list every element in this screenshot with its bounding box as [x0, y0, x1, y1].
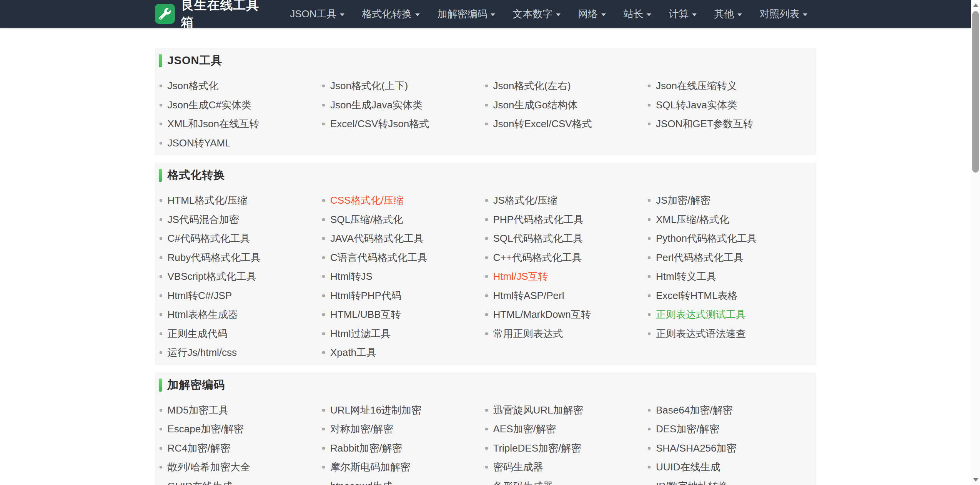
- tool-link[interactable]: Html转JS: [321, 267, 484, 286]
- tool-link[interactable]: htpasswd生成: [321, 477, 484, 485]
- tool-link[interactable]: XML和Json在线互转: [159, 115, 322, 134]
- tool-link[interactable]: SHA/SHA256加密: [647, 439, 810, 458]
- tool-link-label: Excel转HTML表格: [656, 289, 737, 302]
- scroll-down-arrow-icon[interactable]: [973, 478, 978, 482]
- tool-link[interactable]: 正则生成代码: [159, 324, 322, 344]
- nav-menu-item[interactable]: 其他: [705, 0, 751, 28]
- tool-link[interactable]: Excel转HTML表格: [647, 286, 810, 306]
- tool-link[interactable]: DES加密/解密: [647, 420, 810, 439]
- tool-link[interactable]: 迅雷旋风URL加解密: [484, 401, 647, 420]
- tool-link[interactable]: JSON转YAML: [159, 134, 322, 153]
- tool-link[interactable]: IP/数字地址转换: [647, 477, 810, 485]
- tool-link[interactable]: RC4加密/解密: [159, 439, 322, 458]
- tool-link[interactable]: Json格式化: [159, 76, 322, 96]
- tool-link-label: Html转C#/JSP: [168, 289, 232, 302]
- scroll-up-arrow-icon[interactable]: [973, 3, 978, 7]
- tool-link[interactable]: 正则表达式测试工具: [647, 305, 810, 324]
- tool-link[interactable]: UUID在线生成: [647, 458, 810, 477]
- tool-link[interactable]: Json格式化(上下): [321, 76, 484, 96]
- tool-link[interactable]: PHP代码格式化工具: [484, 210, 647, 229]
- tool-link-label: HTML/UBB互转: [330, 308, 401, 321]
- nav-menu-item[interactable]: JSON工具: [281, 0, 353, 28]
- nav-menu-item-label: 加解密编码: [438, 7, 488, 21]
- tool-link-label: GUID在线生成: [168, 480, 233, 485]
- tool-link[interactable]: Ruby代码格式化工具: [159, 248, 322, 267]
- tool-link[interactable]: JS格式化/压缩: [484, 191, 647, 210]
- nav-menu-item-label: 格式化转换: [362, 7, 412, 21]
- tool-link[interactable]: JS代码混合加密: [159, 210, 322, 229]
- tool-link[interactable]: Python代码格式化工具: [647, 229, 810, 248]
- brand-home-link[interactable]: 良生在线工具箱: [155, 0, 263, 31]
- tool-link[interactable]: 条形码生成器: [484, 477, 647, 485]
- tool-link[interactable]: Json生成Go结构体: [484, 96, 647, 115]
- tool-link[interactable]: Json在线压缩转义: [647, 76, 810, 96]
- bullet-icon: [485, 447, 488, 450]
- tool-link[interactable]: C语言代码格式化工具: [321, 248, 484, 267]
- tool-link[interactable]: Html过滤工具: [321, 324, 484, 344]
- nav-menu-item[interactable]: 网络: [569, 0, 615, 28]
- nav-menu-item[interactable]: 文本数字: [504, 0, 569, 28]
- tool-link-label: 密码生成器: [493, 460, 543, 474]
- tool-link[interactable]: VBScript格式化工具: [159, 267, 322, 286]
- tool-link[interactable]: Html表格生成器: [159, 305, 322, 324]
- tool-link-label: URL网址16进制加密: [330, 404, 421, 417]
- tool-link[interactable]: 摩尔斯电码加解密: [321, 458, 484, 477]
- tool-link[interactable]: HTML格式化/压缩: [159, 191, 322, 210]
- tool-link[interactable]: Json生成Java实体类: [321, 96, 484, 115]
- tool-link[interactable]: JAVA代码格式化工具: [321, 229, 484, 248]
- scrollbar-track[interactable]: [971, 0, 980, 485]
- tool-link[interactable]: MD5加密工具: [159, 401, 322, 420]
- tool-link[interactable]: Html转义工具: [647, 267, 810, 286]
- tool-link[interactable]: 对称加密/解密: [321, 420, 484, 439]
- tool-link[interactable]: C++代码格式化工具: [484, 248, 647, 267]
- tool-link[interactable]: SQL压缩/格式化: [321, 210, 484, 229]
- scrollbar-thumb[interactable]: [972, 11, 979, 173]
- tool-link[interactable]: 常用正则表达式: [484, 324, 647, 344]
- tool-link[interactable]: Excel/CSV转Json格式: [321, 115, 484, 134]
- tool-link[interactable]: SQL转Java实体类: [647, 96, 810, 115]
- nav-menu-item[interactable]: 对照列表: [751, 0, 816, 28]
- tool-link[interactable]: JS加密/解密: [647, 191, 810, 210]
- tool-link[interactable]: Html转ASP/Perl: [484, 286, 647, 306]
- bullet-icon: [485, 275, 488, 278]
- tool-link[interactable]: 散列/哈希加密大全: [159, 458, 322, 477]
- tool-link[interactable]: Xpath工具: [321, 343, 484, 362]
- tool-link[interactable]: Json生成C#实体类: [159, 96, 322, 115]
- nav-menu-item[interactable]: 格式化转换: [353, 0, 429, 28]
- tool-link[interactable]: HTML/MarkDown互转: [484, 305, 647, 324]
- tool-link[interactable]: Html转C#/JSP: [159, 286, 322, 306]
- tool-link[interactable]: Rabbit加密/解密: [321, 439, 484, 458]
- tool-link[interactable]: GUID在线生成: [159, 477, 322, 485]
- tool-link[interactable]: Json转Excel/CSV格式: [484, 115, 647, 134]
- tool-link[interactable]: Base64加密/解密: [647, 401, 810, 420]
- tool-link[interactable]: C#代码格式化工具: [159, 229, 322, 248]
- tool-link[interactable]: XML压缩/格式化: [647, 210, 810, 229]
- tool-link-label: SHA/SHA256加密: [656, 442, 737, 455]
- tool-link[interactable]: Json格式化(左右): [484, 76, 647, 96]
- tool-link[interactable]: Perl代码格式化工具: [647, 248, 810, 267]
- bullet-icon: [648, 123, 651, 125]
- tool-link[interactable]: Escape加密/解密: [159, 420, 322, 439]
- nav-menu-item[interactable]: 站长: [615, 0, 660, 28]
- bullet-icon: [485, 104, 488, 106]
- tool-link[interactable]: URL网址16进制加密: [321, 401, 484, 420]
- tool-link[interactable]: SQL代码格式化工具: [484, 229, 647, 248]
- tool-link-label: Json生成C#实体类: [168, 98, 251, 112]
- tool-link[interactable]: Html转PHP代码: [321, 286, 484, 306]
- content-container: JSON工具 Json格式化 Json格式化(上下) Json格式化(左右): [155, 48, 816, 485]
- tool-link-label: htpasswd生成: [330, 480, 393, 485]
- tool-link[interactable]: 密码生成器: [484, 458, 647, 477]
- tool-link[interactable]: Html/JS互转: [484, 267, 647, 286]
- tool-link[interactable]: HTML/UBB互转: [321, 305, 484, 324]
- tool-link[interactable]: JSON和GET参数互转: [647, 115, 810, 134]
- nav-menu-item[interactable]: 加解密编码: [429, 0, 504, 28]
- tool-grid: Json格式化 Json格式化(上下) Json格式化(左右) Json在线压缩…: [159, 76, 810, 153]
- tool-link[interactable]: 正则表达式语法速查: [647, 324, 810, 344]
- bullet-icon: [322, 313, 325, 316]
- nav-menu-item[interactable]: 计算: [660, 0, 705, 28]
- tool-link[interactable]: TripleDES加密/解密: [484, 439, 647, 458]
- bullet-icon: [160, 409, 162, 412]
- tool-link[interactable]: 运行Js/html/css: [159, 343, 322, 362]
- tool-link[interactable]: CSS格式化/压缩: [321, 191, 484, 210]
- tool-link[interactable]: AES加密/解密: [484, 420, 647, 439]
